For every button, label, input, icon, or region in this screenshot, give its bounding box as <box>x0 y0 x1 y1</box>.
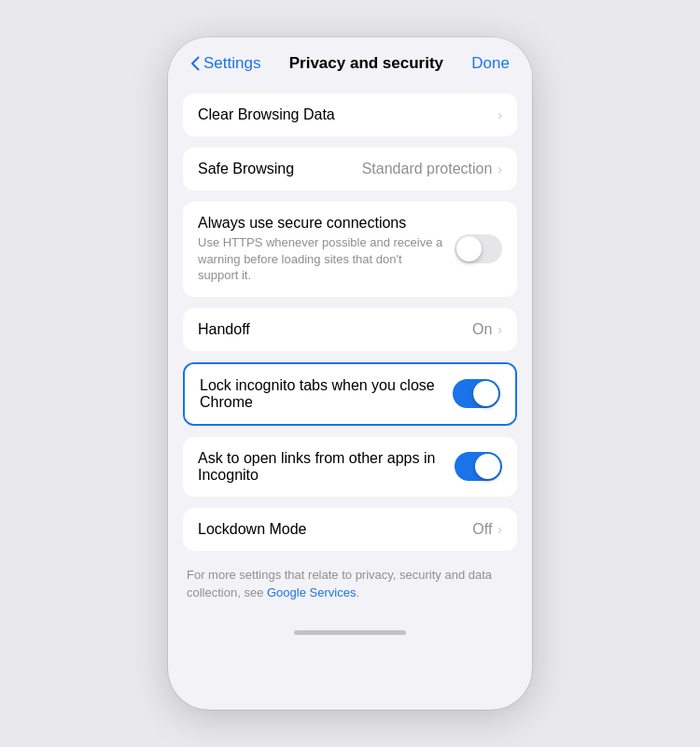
secure-connections-main-label: Always use secure connections <box>198 215 443 232</box>
page-title: Privacy and security <box>289 54 443 73</box>
footer-text-after: . <box>356 585 359 599</box>
lock-incognito-toggle[interactable] <box>453 379 500 408</box>
secure-connections-label-block: Always use secure connections Use HTTPS … <box>198 215 443 284</box>
home-bar <box>294 630 406 635</box>
handoff-right: On › <box>472 321 502 338</box>
lockdown-mode-row[interactable]: Lockdown Mode Off › <box>183 508 517 551</box>
clear-browsing-data-card: Clear Browsing Data › <box>183 93 517 136</box>
clear-browsing-data-label: Clear Browsing Data <box>198 106 335 123</box>
handoff-row[interactable]: Handoff On › <box>183 308 517 351</box>
ask-open-links-label-block: Ask to open links from other apps in Inc… <box>198 450 443 484</box>
secure-connections-toggle-knob <box>456 236 482 261</box>
ask-open-links-label: Ask to open links from other apps in Inc… <box>198 450 443 484</box>
lockdown-mode-value: Off <box>472 521 492 538</box>
handoff-value: On <box>472 321 492 338</box>
secure-connections-toggle[interactable] <box>455 234 502 263</box>
clear-browsing-data-row[interactable]: Clear Browsing Data › <box>183 93 517 136</box>
back-label: Settings <box>203 54 260 73</box>
safe-browsing-row[interactable]: Safe Browsing Standard protection › <box>183 148 517 190</box>
clear-browsing-data-right: › <box>496 107 502 122</box>
safe-browsing-value: Standard protection <box>362 161 493 177</box>
secure-connections-row: Always use secure connections Use HTTPS … <box>183 202 517 297</box>
lockdown-mode-label: Lockdown Mode <box>198 521 307 538</box>
lockdown-mode-card: Lockdown Mode Off › <box>183 508 517 551</box>
lockdown-mode-right: Off › <box>472 521 502 538</box>
ask-open-links-row: Ask to open links from other apps in Inc… <box>183 437 517 497</box>
done-button[interactable]: Done <box>471 54 510 73</box>
secure-connections-sub-label: Use HTTPS whenever possible and receive … <box>198 234 443 284</box>
safe-browsing-card: Safe Browsing Standard protection › <box>183 148 517 190</box>
safe-browsing-label: Safe Browsing <box>198 161 294 177</box>
ask-open-links-card: Ask to open links from other apps in Inc… <box>183 437 517 497</box>
safe-browsing-right: Standard protection › <box>362 161 502 177</box>
safe-browsing-chevron-icon: › <box>497 162 502 176</box>
clear-browsing-data-chevron-icon: › <box>497 107 502 122</box>
home-indicator <box>168 621 532 650</box>
lock-incognito-card: Lock incognito tabs when you close Chrom… <box>183 362 517 426</box>
back-chevron-icon <box>190 56 200 71</box>
handoff-chevron-icon: › <box>497 322 502 337</box>
google-services-link[interactable]: Google Services <box>267 585 356 599</box>
nav-back-button[interactable]: Settings <box>190 54 260 73</box>
phone-shell: Settings Privacy and security Done Clear… <box>168 37 532 710</box>
ask-open-links-toggle[interactable] <box>455 452 502 481</box>
lock-incognito-toggle-knob <box>473 381 498 406</box>
lock-incognito-row: Lock incognito tabs when you close Chrom… <box>185 364 515 424</box>
nav-bar: Settings Privacy and security Done <box>168 37 532 82</box>
handoff-label: Handoff <box>198 321 250 338</box>
ask-open-links-toggle-knob <box>475 454 500 479</box>
settings-content: Clear Browsing Data › Safe Browsing Stan… <box>168 82 532 621</box>
lockdown-mode-chevron-icon: › <box>497 522 502 537</box>
handoff-card: Handoff On › <box>183 308 517 351</box>
lock-incognito-label-block: Lock incognito tabs when you close Chrom… <box>200 377 441 411</box>
footer-note: For more settings that relate to privacy… <box>183 562 517 602</box>
lock-incognito-label: Lock incognito tabs when you close Chrom… <box>200 377 441 411</box>
secure-connections-card: Always use secure connections Use HTTPS … <box>183 202 517 297</box>
